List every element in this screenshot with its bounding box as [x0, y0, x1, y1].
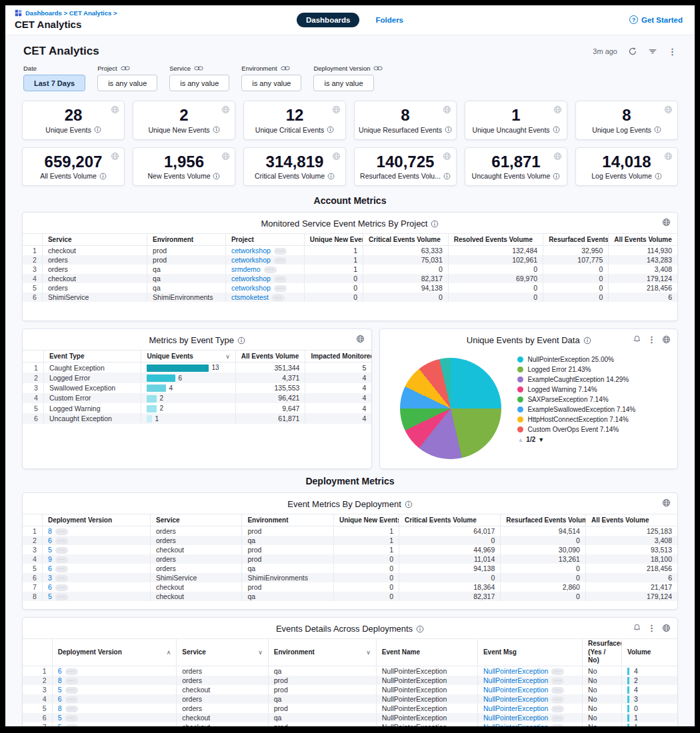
globe-icon[interactable]	[221, 105, 230, 114]
more-icon[interactable]: ···	[272, 295, 285, 301]
col-volume[interactable]: Volume	[621, 639, 677, 666]
col-unique-new-events[interactable]: Unique New Events∨	[333, 514, 399, 526]
more-icon[interactable]: ···	[65, 706, 78, 712]
col-service[interactable]: Service	[150, 514, 241, 526]
legend-item[interactable]: ExampleSwallowedException 7.14%	[517, 405, 644, 414]
globe-icon[interactable]	[332, 152, 341, 161]
event-msg-link[interactable]: NullPointerException···	[477, 704, 582, 713]
deployment-version-link[interactable]: 6···	[52, 666, 177, 676]
legend-item[interactable]: Custom OverOps Event 7.14%	[517, 425, 644, 434]
info-icon[interactable]	[445, 126, 452, 133]
col-service[interactable]: Service	[42, 234, 147, 246]
kebab-menu-icon[interactable]: ⋮	[647, 624, 656, 632]
deployment-version-link[interactable]: 5···	[52, 722, 177, 726]
info-icon[interactable]	[327, 126, 334, 133]
sort-desc-icon[interactable]: ∨	[366, 649, 371, 656]
project-filter-chip[interactable]: is any value	[97, 75, 157, 91]
project-link[interactable]: srmdemo···	[225, 265, 304, 274]
legend-prev-icon[interactable]: ▲	[517, 436, 523, 443]
col-all-volume[interactable]: All Events Volume	[235, 351, 305, 363]
event-msg-link[interactable]: NullPointerException···	[477, 685, 582, 694]
more-icon[interactable]: ···	[55, 528, 68, 535]
info-icon[interactable]	[237, 337, 245, 345]
globe-icon[interactable]	[662, 218, 671, 227]
project-link[interactable]: ctsmoketest···	[225, 293, 304, 302]
deployment-version-link[interactable]: 3···	[42, 573, 150, 582]
more-icon[interactable]: ···	[274, 257, 287, 264]
info-icon[interactable]	[213, 126, 220, 133]
deployment-version-link[interactable]: 8···	[42, 526, 150, 536]
more-icon[interactable]: ···	[55, 556, 68, 563]
date-filter-chip[interactable]: Last 7 Days	[23, 75, 85, 91]
bell-icon[interactable]	[633, 623, 641, 632]
more-icon[interactable]: ···	[274, 248, 287, 255]
globe-icon[interactable]	[664, 105, 673, 114]
col-resolved-volume[interactable]: Resolved Events Volume	[448, 234, 543, 246]
tab-dashboards[interactable]: Dashboards	[297, 13, 359, 27]
sort-asc-icon[interactable]: ∧	[167, 649, 171, 656]
sort-desc-icon[interactable]: ∨	[225, 353, 230, 360]
info-icon[interactable]	[416, 625, 424, 633]
info-icon[interactable]	[213, 173, 220, 180]
project-link[interactable]: cetworkshop···	[225, 255, 304, 265]
more-icon[interactable]: ···	[551, 724, 564, 726]
globe-icon[interactable]	[443, 105, 451, 114]
deployment-version-link[interactable]: 8···	[52, 704, 177, 713]
legend-item[interactable]: ExampleCaughtException 14.29%	[517, 375, 644, 384]
kebab-menu-icon[interactable]: ⋮	[647, 335, 656, 344]
col-resurfaced-volume[interactable]: Resurfaced Events Volume	[543, 234, 609, 246]
more-icon[interactable]: ···	[65, 696, 78, 703]
more-icon[interactable]: ···	[551, 706, 564, 712]
info-icon[interactable]	[94, 126, 101, 133]
legend-next-icon[interactable]: ▼	[538, 436, 544, 443]
info-icon[interactable]	[405, 500, 413, 508]
more-icon[interactable]: ···	[65, 687, 78, 694]
more-icon[interactable]: ···	[551, 668, 564, 675]
globe-icon[interactable]	[664, 152, 673, 161]
legend-item[interactable]: SAXParseException 7.14%	[517, 395, 644, 404]
globe-icon[interactable]	[553, 105, 562, 114]
more-icon[interactable]: ···	[65, 668, 78, 675]
legend-item[interactable]: HttpHostConnectException 7.14%	[517, 415, 644, 424]
col-environment[interactable]: Environment	[147, 234, 226, 246]
deployment-version-link[interactable]: 5···	[52, 713, 177, 722]
legend-item[interactable]: Logged Warning 7.14%	[517, 385, 644, 394]
breadcrumb-text[interactable]: Dashboards > CET Analytics >	[25, 9, 117, 17]
event-msg-link[interactable]: NullPointerException···	[477, 666, 582, 676]
kebab-menu-icon[interactable]: ⋮	[668, 47, 677, 56]
more-icon[interactable]: ···	[551, 678, 564, 684]
info-icon[interactable]	[443, 173, 451, 180]
globe-icon[interactable]	[356, 335, 365, 343]
deployment-version-link[interactable]: 5···	[52, 685, 177, 694]
tab-folders[interactable]: Folders	[375, 16, 403, 24]
deployment-version-link[interactable]: 6···	[42, 536, 150, 545]
globe-icon[interactable]	[553, 152, 562, 161]
col-deployment-version[interactable]: Deployment Version∧	[52, 639, 177, 666]
info-icon[interactable]	[553, 126, 560, 133]
info-icon[interactable]	[99, 173, 107, 180]
col-deployment-version[interactable]: Deployment Version	[42, 514, 150, 526]
info-icon[interactable]	[583, 337, 591, 345]
info-icon[interactable]	[431, 220, 439, 228]
event-msg-link[interactable]: NullPointerException···	[477, 722, 582, 726]
service-filter-chip[interactable]: is any value	[169, 75, 229, 91]
deployment-version-link[interactable]: 9···	[42, 554, 150, 564]
more-icon[interactable]: ···	[551, 696, 564, 703]
more-icon[interactable]: ···	[55, 575, 68, 582]
info-icon[interactable]	[655, 173, 662, 180]
legend-item[interactable]: NullPointerException 25.00%	[517, 355, 644, 364]
event-msg-link[interactable]: NullPointerException···	[477, 676, 582, 685]
col-critical-volume[interactable]: Critical Events Volume	[399, 514, 501, 526]
col-resurfaced-volume[interactable]: Resurfaced Events Volume	[501, 514, 586, 526]
pie-chart[interactable]	[400, 358, 501, 459]
more-icon[interactable]: ···	[55, 566, 68, 572]
bell-icon[interactable]	[633, 335, 641, 344]
col-project[interactable]: Project	[225, 234, 304, 246]
more-icon[interactable]: ···	[55, 584, 68, 591]
col-impacted[interactable]: Impacted Monitored Services	[305, 351, 371, 363]
info-icon[interactable]	[654, 126, 661, 133]
more-icon[interactable]: ···	[55, 538, 68, 544]
col-critical-volume[interactable]: Critical Events Volume	[363, 234, 449, 246]
deployment-version-link[interactable]: 5···	[42, 592, 150, 601]
project-link[interactable]: cetworkshop···	[225, 246, 304, 256]
